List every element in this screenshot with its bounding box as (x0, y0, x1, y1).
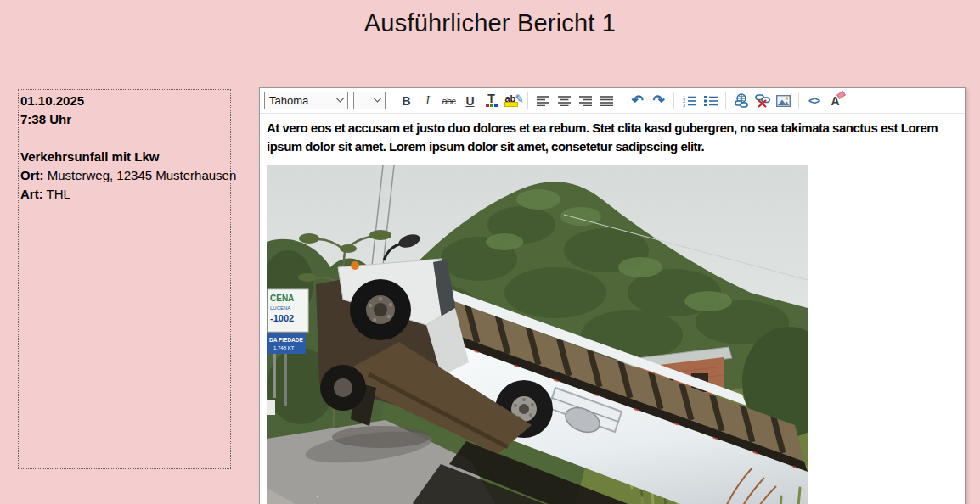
align-right-icon (579, 95, 592, 106)
insert-image-button[interactable] (774, 91, 793, 110)
accident-photo[interactable]: CENA LUCENA -1002 DA PIEDADE 1.748 KT (267, 165, 808, 504)
strikethrough-button[interactable]: abc (439, 91, 459, 110)
location-value: Musterweg, 12345 Musterhausen (44, 168, 237, 182)
insert-link-icon (734, 93, 749, 108)
spacer (20, 129, 228, 148)
align-right-button[interactable] (576, 91, 595, 110)
insert-image-icon (776, 95, 791, 107)
chevron-down-icon (336, 94, 345, 103)
text-color-button[interactable]: T (482, 91, 501, 110)
toolbar-separator (798, 92, 799, 109)
remove-link-button[interactable] (752, 91, 772, 110)
source-code-button[interactable]: <> (804, 91, 824, 110)
redo-button[interactable]: ↷ (649, 91, 668, 110)
type-value: THL (43, 187, 70, 201)
insert-link-button[interactable] (731, 91, 751, 110)
chevron-down-icon (374, 94, 382, 103)
underline-button[interactable]: U (460, 91, 480, 110)
highlight-color-button[interactable]: ab ✎ (503, 91, 522, 110)
highlight-icon: ab ✎ (504, 93, 521, 109)
incident-location: Ort: Musterweg, 12345 Musterhausen (20, 166, 228, 185)
italic-button[interactable]: I (418, 91, 437, 110)
incident-type: Art: THL (20, 185, 228, 204)
svg-text:DA PIEDADE: DA PIEDADE (269, 337, 304, 343)
editor-content[interactable]: At vero eos et accusam et justo duo dolo… (260, 114, 965, 504)
ordered-list-button[interactable]: 123 (679, 91, 699, 110)
svg-text:-1002: -1002 (270, 313, 294, 323)
report-page: Ausführlicher Bericht 1 01.10.2025 7:38 … (0, 0, 980, 504)
text-color-icon: T (486, 94, 498, 107)
page-title: Ausführlicher Bericht 1 (0, 9, 980, 37)
incident-date: 01.10.2025 (20, 92, 228, 110)
toolbar-separator (622, 92, 622, 109)
incident-headline: Verkehrsunfall mit Lkw (20, 148, 228, 166)
font-family-value: Tahoma (269, 94, 308, 107)
align-justify-button[interactable] (597, 91, 617, 110)
unordered-list-button[interactable] (701, 91, 720, 110)
align-center-icon (558, 95, 571, 106)
font-size-select[interactable] (353, 92, 386, 109)
font-family-select[interactable]: Tahoma (264, 92, 348, 109)
svg-text:CENA: CENA (270, 294, 294, 303)
svg-text:LUCENA: LUCENA (270, 305, 290, 311)
toolbar-separator (673, 92, 674, 109)
toolbar-separator (391, 92, 391, 109)
type-label: Art: (20, 187, 43, 201)
svg-text:1.748 KT: 1.748 KT (273, 345, 295, 350)
align-center-button[interactable] (555, 91, 574, 110)
editor-toolbar: Tahoma B I abc U T ab (260, 88, 965, 114)
clear-formatting-button[interactable]: A (825, 91, 845, 110)
remove-link-icon (755, 93, 770, 108)
richtext-editor: Tahoma B I abc U T ab (259, 87, 966, 504)
location-label: Ort: (20, 168, 44, 182)
align-left-icon (537, 95, 549, 106)
eraser-icon (836, 91, 846, 99)
align-left-button[interactable] (533, 91, 553, 110)
align-justify-icon (600, 95, 613, 106)
report-paragraph[interactable]: At vero eos et accusam et justo duo dolo… (267, 119, 958, 156)
undo-button[interactable]: ↶ (628, 91, 647, 110)
toolbar-separator (725, 92, 726, 109)
incident-meta-panel: 01.10.2025 7:38 Uhr Verkehrsunfall mit L… (18, 89, 231, 469)
unordered-list-icon (704, 95, 718, 107)
toolbar-separator (527, 92, 528, 109)
incident-time: 7:38 Uhr (20, 110, 228, 129)
svg-text:3: 3 (683, 102, 685, 107)
ordered-list-icon: 123 (683, 95, 696, 107)
bold-button[interactable]: B (397, 91, 416, 110)
